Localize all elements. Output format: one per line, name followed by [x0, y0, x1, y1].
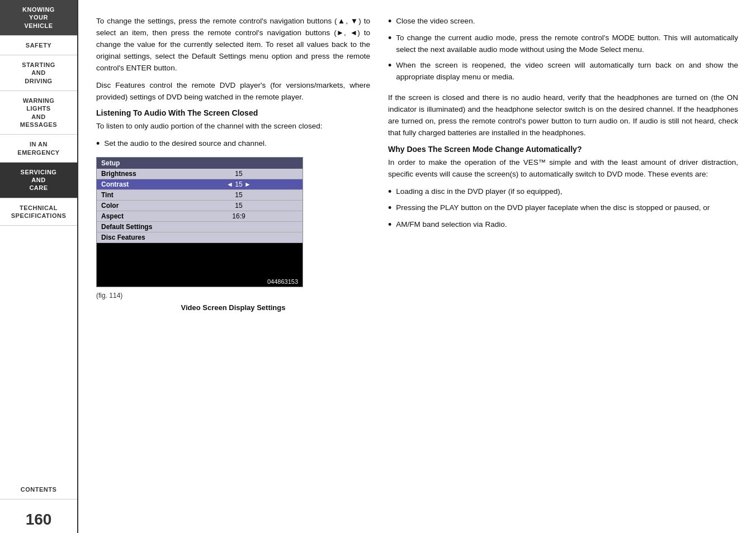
setup-row-brightness: Brightness 15 [97, 169, 303, 179]
sidebar: KNOWING YOUR VEHICLE SAFETY STARTING AND… [0, 0, 78, 533]
setup-value-tint: 15 [175, 189, 303, 200]
bullet-text-set-audio: Set the audio to the desired source and … [104, 138, 266, 150]
right-bullet-3: • When the screen is reopened, the video… [388, 60, 738, 83]
setup-value-brightness: 15 [175, 169, 303, 179]
bullet-set-audio: • Set the audio to the desired source an… [96, 138, 370, 150]
bullet-dot2-3: • [388, 219, 391, 231]
right-bullet2-text-3: AM/FM band selection via Radio. [396, 219, 507, 231]
intro-paragraph: To change the settings, press the remote… [96, 16, 370, 74]
img-caption: Video Screen Display Settings [96, 302, 370, 313]
setup-label-default-settings: Default Settings [97, 221, 303, 232]
section-intro: To listen to only audio portion of the c… [96, 121, 370, 132]
setup-label-color: Color [97, 200, 175, 211]
setup-screenshot: Setup Brightness 15 Contrast ◄ 15 ► Tint [96, 157, 303, 287]
fig-caption: (fig. 114) [96, 291, 370, 301]
right-bullet-1: • Close the video screen. [388, 16, 738, 28]
setup-label-brightness: Brightness [97, 169, 175, 179]
section-title-audio-screen-closed: Listening To Audio With The Screen Close… [96, 108, 370, 117]
bullet-dot: • [96, 138, 100, 150]
setup-value-color: 15 [175, 200, 303, 211]
sidebar-item-starting-and-driving[interactable]: STARTING AND DRIVING [0, 55, 77, 91]
sidebar-item-technical-specifications[interactable]: TECHNICAL SPECIFICATIONS [0, 198, 77, 226]
setup-row-contrast: Contrast ◄ 15 ► [97, 179, 303, 189]
setup-label-tint: Tint [97, 189, 175, 200]
para-if-screen: If the screen is closed and there is no … [388, 92, 738, 139]
bullet-dot-2: • [388, 32, 391, 56]
sidebar-item-warning-lights-messages[interactable]: WARNING LIGHTS AND MESSAGES [0, 91, 77, 135]
setup-footer-code: 044863153 [97, 277, 303, 287]
right-bullet-text-2: To change the current audio mode, press … [396, 32, 738, 56]
setup-row-aspect: Aspect 16:9 [97, 211, 303, 221]
right-bullet-2: • To change the current audio mode, pres… [388, 32, 738, 56]
setup-label-aspect: Aspect [97, 211, 175, 221]
contrast-arrows: ◄ 15 ► [226, 180, 251, 188]
setup-menu-title: Setup [97, 158, 303, 169]
setup-row-default-settings: Default Settings [97, 221, 303, 232]
main-content: To change the settings, press the remote… [78, 0, 756, 533]
right-column: • Close the video screen. • To change th… [388, 16, 738, 522]
bullet-dot-3: • [388, 60, 391, 83]
setup-value-aspect: 16:9 [175, 211, 303, 221]
bullet-dot2-1: • [388, 186, 391, 198]
right-bullet2-1: • Loading a disc in the DVD player (if s… [388, 186, 738, 198]
right-bullet-text-3: When the screen is reopened, the video s… [396, 60, 738, 83]
section2-para: In order to make the operation of the VE… [388, 157, 738, 180]
right-bullet2-3: • AM/FM band selection via Radio. [388, 219, 738, 231]
bullet-dot2-2: • [388, 202, 391, 215]
sidebar-item-servicing-and-care[interactable]: SERVICING AND CARE [0, 163, 77, 198]
sidebar-item-knowing-your-vehicle[interactable]: KNOWING YOUR VEHICLE [0, 0, 77, 36]
disc-features-paragraph: Disc Features control the remote DVD pla… [96, 80, 370, 103]
setup-menu-table: Brightness 15 Contrast ◄ 15 ► Tint 15 [97, 169, 303, 243]
section2-title: Why Does The Screen Mode Change Automati… [388, 145, 738, 154]
left-column: To change the settings, press the remote… [96, 16, 370, 522]
setup-row-disc-features: Disc Features [97, 232, 303, 242]
right-bullet2-2: • Pressing the PLAY button on the DVD pl… [388, 202, 738, 215]
setup-value-contrast: ◄ 15 ► [175, 179, 303, 189]
sidebar-item-safety[interactable]: SAFETY [0, 36, 77, 55]
setup-row-color: Color 15 [97, 200, 303, 211]
setup-label-disc-features: Disc Features [97, 232, 303, 242]
right-bullet-text-1: Close the video screen. [396, 16, 475, 28]
page-number: 160 [0, 499, 77, 533]
right-bullet2-text-2: Pressing the PLAY button on the DVD play… [396, 202, 710, 215]
right-bullet2-text-1: Loading a disc in the DVD player (if so … [396, 186, 562, 198]
sidebar-item-in-an-emergency[interactable]: IN AN EMERGENCY [0, 135, 77, 163]
setup-row-tint: Tint 15 [97, 189, 303, 200]
setup-label-contrast: Contrast [97, 179, 175, 189]
sidebar-item-contents[interactable]: CONTENTS [0, 480, 77, 499]
bullet-dot-1: • [388, 16, 391, 28]
